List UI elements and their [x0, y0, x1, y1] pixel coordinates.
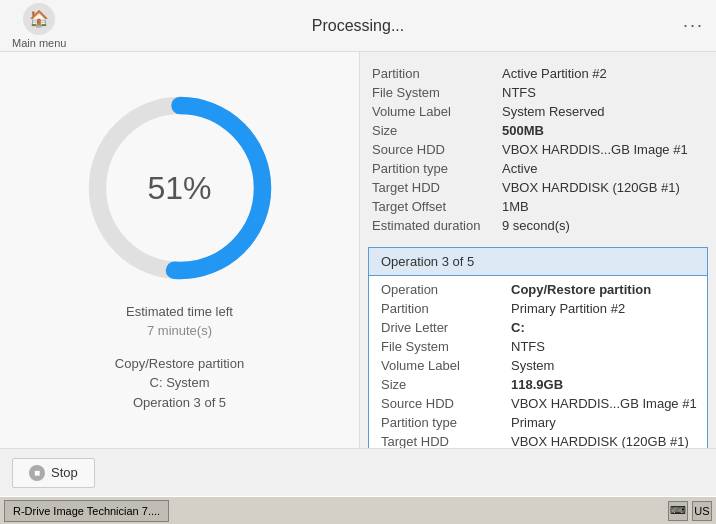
row-value: 500MB: [502, 123, 708, 138]
row-label: Volume Label: [372, 104, 502, 119]
row-label: Source HDD: [381, 396, 511, 411]
row-label: Size: [381, 377, 511, 392]
main-content: 51% Estimated time left 7 minute(s) Copy…: [0, 52, 716, 448]
row-value: VBOX HARDDISK (120GB #1): [511, 434, 699, 448]
table-row: Source HDDVBOX HARDDIS...GB Image #1: [381, 394, 699, 413]
language-icon: US: [692, 501, 712, 521]
row-label: Drive Letter: [381, 320, 511, 335]
row-value: C:: [511, 320, 699, 335]
row-label: Target HDD: [372, 180, 502, 195]
top-info-table: PartitionActive Partition #2File SystemN…: [360, 60, 716, 243]
row-label: Operation: [381, 282, 511, 297]
row-value: Primary: [511, 415, 699, 430]
table-row: PartitionActive Partition #2: [372, 64, 708, 83]
table-row: Target HDDVBOX HARDDISK (120GB #1): [381, 432, 699, 448]
active-operation-header: Operation 3 of 5: [369, 248, 707, 276]
table-row: Estimated duration9 second(s): [372, 216, 708, 235]
operation-line3: Operation 3 of 5: [115, 393, 244, 413]
taskbar: R-Drive Image Technician 7.... ⌨ US: [0, 496, 716, 524]
bottom-bar: ■ Stop: [0, 448, 716, 496]
row-value: Primary Partition #2: [511, 301, 699, 316]
more-options-button[interactable]: ···: [683, 15, 704, 36]
header-title: Processing...: [312, 17, 404, 35]
header: 🏠 Main menu Processing... ···: [0, 0, 716, 52]
row-value: VBOX HARDDISK (120GB #1): [502, 180, 708, 195]
row-value: System Reserved: [502, 104, 708, 119]
progress-circle: 51%: [80, 88, 280, 288]
row-value: 118.9GB: [511, 377, 699, 392]
time-left-value: 7 minute(s): [147, 323, 212, 338]
table-row: OperationCopy/Restore partition: [381, 280, 699, 299]
circle-text: 51%: [147, 169, 211, 206]
row-value: NTFS: [502, 85, 708, 100]
row-label: File System: [372, 85, 502, 100]
row-label: Target HDD: [381, 434, 511, 448]
row-value: VBOX HARDDIS...GB Image #1: [511, 396, 699, 411]
stop-button[interactable]: ■ Stop: [12, 458, 95, 488]
operation-info: Copy/Restore partition C: System Operati…: [115, 354, 244, 413]
table-row: File SystemNTFS: [372, 83, 708, 102]
row-label: Partition type: [372, 161, 502, 176]
row-label: Partition: [372, 66, 502, 81]
active-operation-section: Operation 3 of 5 OperationCopy/Restore p…: [368, 247, 708, 448]
table-row: Size118.9GB: [381, 375, 699, 394]
taskbar-app[interactable]: R-Drive Image Technician 7....: [4, 500, 169, 522]
table-row: Target HDDVBOX HARDDISK (120GB #1): [372, 178, 708, 197]
row-label: Size: [372, 123, 502, 138]
keyboard-icon: ⌨: [668, 501, 688, 521]
row-value: 9 second(s): [502, 218, 708, 233]
row-value: Active: [502, 161, 708, 176]
row-value: 1MB: [502, 199, 708, 214]
row-value: Active Partition #2: [502, 66, 708, 81]
left-panel: 51% Estimated time left 7 minute(s) Copy…: [0, 52, 360, 448]
operation-line1: Copy/Restore partition: [115, 354, 244, 374]
table-row: Volume LabelSystem: [381, 356, 699, 375]
row-label: Partition type: [381, 415, 511, 430]
table-row: Source HDDVBOX HARDDIS...GB Image #1: [372, 140, 708, 159]
right-panel: PartitionActive Partition #2File SystemN…: [360, 52, 716, 448]
scroll-area[interactable]: PartitionActive Partition #2File SystemN…: [360, 52, 716, 448]
percent-value: 51%: [147, 169, 211, 205]
row-value: VBOX HARDDIS...GB Image #1: [502, 142, 708, 157]
active-operation-table: OperationCopy/Restore partitionPartition…: [369, 276, 707, 448]
table-row: PartitionPrimary Partition #2: [381, 299, 699, 318]
stop-icon: ■: [29, 465, 45, 481]
row-label: Estimated duration: [372, 218, 502, 233]
time-left-label: Estimated time left: [126, 304, 233, 319]
row-label: Source HDD: [372, 142, 502, 157]
table-row: Partition typeActive: [372, 159, 708, 178]
row-label: File System: [381, 339, 511, 354]
row-value: NTFS: [511, 339, 699, 354]
table-row: Size500MB: [372, 121, 708, 140]
table-row: Target Offset1MB: [372, 197, 708, 216]
operation-line2: C: System: [115, 373, 244, 393]
row-value: System: [511, 358, 699, 373]
stop-label: Stop: [51, 465, 78, 480]
row-label: Volume Label: [381, 358, 511, 373]
table-row: File SystemNTFS: [381, 337, 699, 356]
row-value: Copy/Restore partition: [511, 282, 699, 297]
table-row: Volume LabelSystem Reserved: [372, 102, 708, 121]
main-menu-button[interactable]: 🏠 Main menu: [12, 3, 66, 49]
main-menu-label: Main menu: [12, 37, 66, 49]
taskbar-right: ⌨ US: [668, 501, 712, 521]
table-row: Partition typePrimary: [381, 413, 699, 432]
table-row: Drive LetterC:: [381, 318, 699, 337]
home-icon: 🏠: [23, 3, 55, 35]
row-label: Target Offset: [372, 199, 502, 214]
row-label: Partition: [381, 301, 511, 316]
